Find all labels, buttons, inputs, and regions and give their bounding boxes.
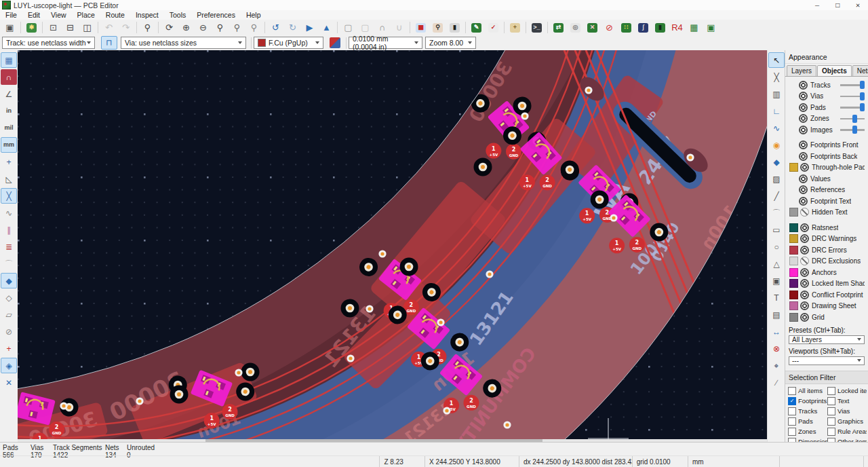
menu-help[interactable]: Help (241, 10, 267, 20)
eye-icon[interactable] (799, 185, 808, 194)
via-size-select[interactable]: Via: use netclass sizes (121, 37, 246, 49)
zoom-in-button[interactable]: ⊕ (178, 20, 194, 35)
scripting-console-button[interactable]: >_ (529, 20, 545, 35)
eye-icon[interactable] (799, 81, 808, 90)
show-ratsnest-button[interactable]: ╳ (1, 188, 17, 204)
checkbox[interactable] (827, 417, 835, 426)
layer-select[interactable]: F.Cu (PgUp) (254, 37, 323, 49)
checkbox[interactable] (827, 387, 835, 395)
print-button[interactable]: ⊟ (62, 20, 78, 35)
filter-pads[interactable]: Pads (788, 417, 827, 426)
color-swatch[interactable] (789, 208, 798, 217)
grid-overrides-button[interactable]: ∩ (1, 69, 17, 85)
zoom-selection-button[interactable]: ⚲ (246, 20, 262, 35)
no-entry-tool-button[interactable]: ⊘ (601, 20, 617, 35)
delete-tool-button[interactable]: ⊗ (768, 341, 785, 356)
grid-origin-button[interactable]: ⌖ (768, 358, 785, 373)
add-dimension-button[interactable]: ↔ (768, 324, 785, 339)
opacity-slider[interactable] (840, 103, 865, 111)
checkbox[interactable] (827, 397, 835, 405)
eye-icon[interactable] (800, 313, 809, 322)
group-selection-button[interactable]: ▢ (340, 20, 356, 35)
viewports-select[interactable]: --- (789, 356, 865, 365)
units-mils-button[interactable]: mil (1, 120, 17, 136)
menu-inspect[interactable]: Inspect (130, 10, 164, 20)
tab-objects[interactable]: Objects (817, 65, 852, 76)
r4-action-button[interactable]: R4 (669, 20, 685, 35)
find-button[interactable]: ⚲ (140, 20, 155, 35)
track-tools-button[interactable]: + (507, 20, 523, 35)
add-footprint-button[interactable]: ▥ (768, 86, 785, 102)
corner-display-button[interactable]: ⌒ (1, 256, 17, 272)
via[interactable] (366, 305, 373, 312)
opacity-slider[interactable] (840, 81, 865, 89)
sketch-pads-button[interactable]: ⊘ (1, 324, 17, 339)
via[interactable] (610, 214, 617, 221)
route-tracks-button[interactable]: ∟ (768, 103, 785, 119)
zoom-fit-objects-button[interactable]: ⚲ (229, 20, 245, 35)
eye-icon[interactable] (800, 268, 809, 277)
measure-tool-button[interactable]: ∕ (768, 375, 785, 390)
checkbox[interactable] (788, 387, 796, 395)
select-tool-button[interactable]: ↖ (768, 52, 785, 68)
clear-net-highlight-button[interactable]: ✕ (585, 20, 600, 35)
footprint-browser-button[interactable]: ⚲ (430, 20, 446, 35)
checkbox[interactable] (827, 428, 835, 436)
via[interactable] (503, 421, 511, 428)
mirror-view-button[interactable]: ▲ (319, 20, 334, 35)
pad[interactable]: 2GND (506, 144, 521, 160)
through-hole-pad[interactable] (400, 258, 418, 276)
color-swatch[interactable] (789, 223, 798, 232)
via[interactable] (443, 407, 450, 414)
filter-rule-areas[interactable]: Rule Areas (827, 428, 867, 436)
units-inches-button[interactable]: in (1, 103, 17, 119)
checkbox[interactable] (788, 417, 796, 426)
unlock-button[interactable]: ∪ (391, 20, 407, 35)
add-keepout-button[interactable]: ▨ (768, 171, 785, 187)
through-hole-pad[interactable] (513, 97, 532, 115)
add-image-button[interactable]: ▣ (768, 273, 785, 288)
through-hole-pad[interactable] (170, 386, 189, 404)
via[interactable] (486, 270, 493, 278)
menu-route[interactable]: Route (100, 10, 130, 20)
external-tools-button[interactable]: ✕ (1, 375, 17, 390)
pads-tool-button[interactable]: ∷ (618, 20, 634, 35)
grid-select[interactable]: 0.0100 mm (0.0004 in) (349, 37, 422, 49)
ic-tool-button[interactable]: ▮ (652, 20, 668, 35)
zoom-out-button[interactable]: ⊖ (195, 20, 211, 35)
zoom-select[interactable]: Zoom 8.00 (425, 37, 476, 49)
filter-tracks[interactable]: Tracks (788, 407, 827, 415)
via[interactable] (378, 250, 386, 257)
menu-place[interactable]: Place (72, 10, 100, 20)
color-swatch[interactable] (789, 291, 798, 299)
menu-edit[interactable]: Edit (22, 10, 45, 20)
eye-icon[interactable] (800, 301, 809, 310)
grid-blocks-tool-button[interactable]: ▦ (686, 20, 702, 35)
maximize-button[interactable]: ☐ (827, 0, 848, 10)
add-rectangle-button[interactable]: ▭ (768, 222, 785, 238)
layer-pair-indicator-icon[interactable] (330, 37, 340, 48)
clearance-display-button[interactable]: ≣ (1, 239, 17, 255)
filter-graphics[interactable]: Graphics (827, 417, 867, 426)
eye-icon[interactable] (799, 126, 808, 134)
diff-pair-tool-button[interactable]: ʃ (635, 20, 651, 35)
rotate-ccw-button[interactable]: ↺ (268, 20, 283, 35)
close-button[interactable]: ✕ (848, 0, 868, 10)
plot-button[interactable]: ◫ (79, 20, 95, 35)
add-polygon-button[interactable]: △ (768, 256, 785, 272)
color-swatch[interactable] (789, 268, 798, 277)
save-button[interactable]: ▣ (2, 20, 18, 35)
eye-slashed-icon[interactable] (800, 257, 809, 265)
eye-icon[interactable] (800, 279, 809, 288)
high-contrast-mode-button[interactable]: ◈ (1, 358, 17, 373)
pad[interactable]: 2GND (629, 237, 645, 253)
rotate-cw-button[interactable]: ↻ (285, 20, 300, 35)
checkbox[interactable] (827, 407, 835, 415)
via[interactable] (136, 397, 143, 405)
via[interactable] (60, 402, 67, 409)
zone-fill-display-button[interactable]: ◆ (1, 273, 17, 288)
via[interactable] (235, 369, 242, 376)
refresh-view-button[interactable]: ⟳ (161, 20, 177, 35)
color-swatch[interactable] (789, 279, 798, 288)
pcb-canvas[interactable]: 3000030000300003000013121131211312124370… (18, 50, 768, 443)
